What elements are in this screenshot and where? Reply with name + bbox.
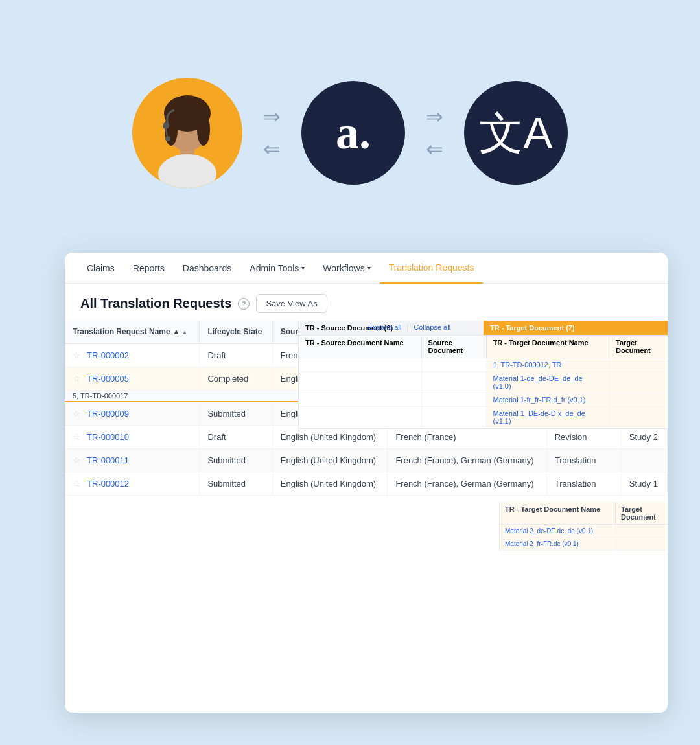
tr-name-cell: ☆ TR-000009 xyxy=(65,402,200,426)
study-cell: Study 1 xyxy=(621,472,667,496)
tr-link[interactable]: TR-000002 xyxy=(87,350,129,360)
tr-link[interactable]: TR-000010 xyxy=(87,432,129,442)
side-panel-doc-cell-1 xyxy=(616,525,668,537)
save-view-as-button[interactable]: Save View As xyxy=(256,294,327,313)
app-window: Claims Reports Dashboards Admin Tools ▾ … xyxy=(65,253,668,713)
arrow-left-icon-2: ⇐ xyxy=(426,137,443,161)
side-panel-doc-header: Target Document xyxy=(616,502,668,524)
svg-point-5 xyxy=(158,154,216,188)
nav-reports[interactable]: Reports xyxy=(124,253,174,284)
lifecycle-cell: Completed xyxy=(200,367,272,391)
target-doc-col: Target Document xyxy=(609,336,668,358)
side-panel-name-header: TR - Target Document Name xyxy=(500,502,616,524)
star-icon[interactable]: ☆ xyxy=(73,350,80,360)
target-langs-cell: French (France), German (Germany) xyxy=(388,449,546,472)
navbar: Claims Reports Dashboards Admin Tools ▾ … xyxy=(65,253,668,284)
arrows-2: ⇒ ⇐ xyxy=(426,104,443,161)
target-doc-section-header: TR - Target Document (7) xyxy=(484,321,668,335)
arrow-right-icon-2: ⇒ xyxy=(426,104,443,129)
svg-point-6 xyxy=(163,122,169,129)
table-wrapper: Expand all | Collapse all TR - Source Do… xyxy=(65,321,668,713)
translate-circle: 文A xyxy=(464,81,568,185)
expand-all-link[interactable]: Expand all xyxy=(368,323,401,331)
service-bundle-cell: Translation xyxy=(546,472,621,496)
col-lifecycle: Lifecycle State xyxy=(200,321,272,343)
workflows-dropdown-icon: ▾ xyxy=(368,264,371,271)
collapse-all-link[interactable]: Collapse all xyxy=(414,323,450,331)
side-panel-doc-name-1[interactable]: Material 2_de-DE.dc_de (v0.1) xyxy=(500,525,616,537)
source-doc-col: Source Document xyxy=(422,336,487,358)
admin-tools-dropdown-icon: ▾ xyxy=(301,264,305,271)
target-doc-ref: 5, TR-TD-000017 xyxy=(73,392,128,400)
star-icon[interactable]: ☆ xyxy=(73,455,80,465)
target-doc-name-col: TR - Target Document Name xyxy=(487,336,610,358)
page-header: All Translation Requests ? Save View As xyxy=(65,284,668,321)
target-doc-name-cell-1[interactable]: 1, TR-TD-000012, TR xyxy=(487,358,610,371)
target-doc-cell-3 xyxy=(609,393,668,406)
source-doc-name-cell-4 xyxy=(299,407,422,428)
target-doc-name-cell-3[interactable]: Material 1-fr_fr-FR.d_fr (v0.1) xyxy=(487,393,610,406)
star-icon[interactable]: ☆ xyxy=(73,432,80,442)
target-langs-cell: French (France), German (Germany) xyxy=(388,472,546,496)
lifecycle-cell: Submitted xyxy=(200,449,272,472)
logo-letter: a. xyxy=(336,109,371,156)
tr-link[interactable]: TR-000012 xyxy=(87,479,129,488)
source-lang-cell: English (United Kingdom) xyxy=(272,449,388,472)
source-doc-cell-2 xyxy=(422,372,487,393)
page-title: All Translation Requests xyxy=(80,296,231,311)
svg-point-7 xyxy=(165,136,170,141)
tr-link[interactable]: TR-000009 xyxy=(87,409,129,418)
study-cell xyxy=(621,449,667,472)
star-icon[interactable]: ☆ xyxy=(73,374,80,384)
tr-link[interactable]: TR-000005 xyxy=(87,374,129,384)
target-doc-cell-4 xyxy=(609,407,668,428)
source-doc-name-cell-3 xyxy=(299,393,422,406)
logo-circle: a. xyxy=(301,81,405,185)
tr-name-cell: ☆ TR-000012 xyxy=(65,472,200,496)
nav-workflows[interactable]: Workflows ▾ xyxy=(314,253,379,284)
illustration-section: ⇒ ⇐ a. ⇒ ⇐ 文A xyxy=(0,0,700,214)
target-doc-cell-2 xyxy=(609,372,668,393)
lifecycle-cell: Submitted xyxy=(200,472,272,496)
table-row: ☆ TR-000012 Submitted English (United Ki… xyxy=(65,472,668,496)
nav-claims[interactable]: Claims xyxy=(78,253,124,284)
lifecycle-cell: Draft xyxy=(200,343,272,367)
lifecycle-cell: Submitted xyxy=(200,402,272,426)
arrow-left-icon: ⇐ xyxy=(263,137,281,161)
col-name[interactable]: Translation Request Name ▲ xyxy=(65,321,200,343)
help-icon[interactable]: ? xyxy=(238,298,250,310)
target-doc-cell-1 xyxy=(609,358,668,371)
source-lang-cell: English (United Kingdom) xyxy=(272,472,388,496)
source-doc-cell-4 xyxy=(422,407,487,428)
tr-name-cell: ☆ TR-000010 xyxy=(65,426,200,449)
target-doc-name-cell-4[interactable]: Material 1_DE-de-D x_de_de (v1.1) xyxy=(487,407,610,428)
nav-admin-tools[interactable]: Admin Tools ▾ xyxy=(240,253,314,284)
side-panel-doc-name-2[interactable]: Material 2_fr-FR.dc (v0.1) xyxy=(500,538,616,550)
avatar xyxy=(132,78,242,188)
star-icon[interactable]: ☆ xyxy=(73,409,80,418)
tr-name-cell: ☆ TR-000005 xyxy=(65,367,200,391)
source-doc-cell-3 xyxy=(422,393,487,406)
tr-name-cell: ☆ TR-000011 xyxy=(65,449,200,472)
translate-icon: 文A xyxy=(479,111,552,155)
nav-dashboards[interactable]: Dashboards xyxy=(174,253,241,284)
side-panel-doc-cell-2 xyxy=(616,538,668,550)
arrows-1: ⇒ ⇐ xyxy=(263,104,281,161)
star-icon[interactable]: ☆ xyxy=(73,479,80,488)
source-doc-cell-1 xyxy=(422,358,487,371)
lifecycle-cell: Draft xyxy=(200,426,272,449)
table-row: ☆ TR-000011 Submitted English (United Ki… xyxy=(65,449,668,472)
source-doc-name-cell-2 xyxy=(299,372,422,393)
service-bundle-cell: Translation xyxy=(546,449,621,472)
arrow-right-icon: ⇒ xyxy=(263,104,281,129)
nav-translation-requests[interactable]: Translation Requests xyxy=(380,253,484,284)
source-doc-name-cell-1 xyxy=(299,358,422,371)
target-doc-name-cell-2[interactable]: Material 1-de_de-DE_de_de (v1.0) xyxy=(487,372,610,393)
source-doc-name-col: TR - Source Document Name xyxy=(299,336,422,358)
tr-name-cell: ☆ TR-000002 xyxy=(65,343,200,367)
svg-point-3 xyxy=(197,113,210,146)
tr-link[interactable]: TR-000011 xyxy=(87,455,129,465)
